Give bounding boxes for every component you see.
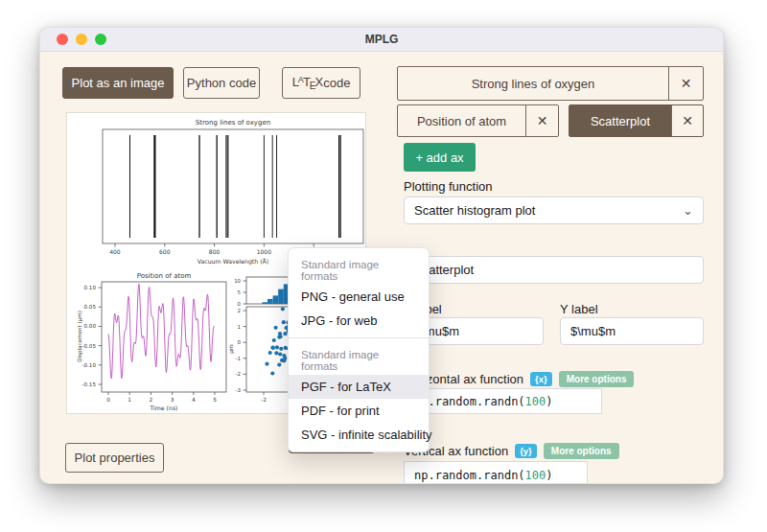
horizontal-fn-code-input[interactable]: np.random.randn(100) (404, 388, 602, 414)
svg-text:0.10: 0.10 (84, 285, 97, 290)
close-tab-oxygen-button[interactable]: ✕ (668, 67, 703, 100)
svg-text:0: 0 (106, 397, 110, 403)
svg-text:2: 2 (150, 397, 153, 403)
titlebar: MPLG (40, 28, 723, 52)
svg-text:1: 1 (128, 397, 131, 403)
plot-properties-label: Plot properties (75, 451, 155, 465)
svg-text:0: 0 (237, 339, 241, 345)
plotting-function-label: Plotting function (404, 179, 493, 194)
code-text: ) (546, 395, 552, 408)
svg-text:400: 400 (109, 248, 121, 255)
code-text: np.random.randn( (414, 469, 525, 482)
svg-text:0.00: 0.00 (84, 323, 97, 329)
svg-text:Position of atom: Position of atom (137, 272, 192, 280)
y-label-input[interactable]: $\mu$m (560, 317, 704, 345)
vertical-more-options-button[interactable]: More options (544, 443, 619, 459)
svg-text:Displacement (μm): Displacement (μm) (77, 311, 83, 362)
tab-strong-lines-of-oxygen[interactable]: Strong lines of oxygen (398, 67, 668, 100)
code-text: ) (546, 469, 552, 482)
svg-text:-2: -2 (261, 397, 267, 403)
vertical-fn-row: Vertical ax function {y} More options (404, 442, 619, 459)
menu-item-jpg[interactable]: JPG - for web (289, 309, 429, 333)
x-variable-badge: {x} (530, 372, 552, 386)
plotting-function-select[interactable]: Scatter histogram plot ⌄ (404, 197, 704, 224)
zoom-window-button[interactable] (95, 34, 106, 45)
svg-text:Strong lines of oxygen: Strong lines of oxygen (196, 119, 270, 127)
traffic-lights (57, 34, 106, 45)
window-title: MPLG (365, 33, 399, 46)
menu-section-header: Standard image formats (289, 253, 429, 285)
horizontal-more-options-button[interactable]: More options (559, 371, 635, 387)
tab-group-oxygen: Strong lines of oxygen ✕ (397, 66, 704, 101)
code-text: np.random.randn( (414, 395, 525, 408)
app-window: MPLG Plot as an image Python code LATEX … (39, 27, 724, 484)
menu-separator (289, 337, 429, 338)
svg-text:800: 800 (209, 248, 221, 255)
svg-text:2: 2 (237, 308, 241, 313)
chevron-down-icon: ⌄ (683, 203, 693, 218)
vertical-fn-code-input[interactable]: np.random.randn(100) (404, 461, 588, 484)
svg-text:0.05: 0.05 (84, 304, 97, 310)
close-tab-atom-button[interactable]: ✕ (525, 105, 558, 136)
add-ax-button[interactable]: + add ax (404, 143, 476, 172)
svg-text:10: 10 (234, 278, 241, 284)
svg-text:600: 600 (159, 248, 171, 255)
svg-text:Time (ns): Time (ns) (149, 405, 177, 411)
svg-text:5: 5 (238, 289, 241, 295)
python-code-button[interactable]: Python code (183, 67, 260, 99)
svg-text:-3: -3 (235, 387, 241, 393)
svg-text:-0.10: -0.10 (82, 362, 97, 368)
svg-text:-2: -2 (235, 371, 241, 377)
menu-item-pdf[interactable]: PDF - for print (289, 399, 429, 423)
python-code-label: Python code (187, 76, 256, 90)
plot-as-image-button[interactable]: Plot as an image (62, 67, 174, 99)
plot-title-input[interactable]: Scatterplot (404, 256, 704, 284)
y-label-value: $\mu$m (570, 324, 616, 338)
svg-text:-0.05: -0.05 (82, 343, 97, 349)
svg-text:0: 0 (238, 301, 242, 307)
svg-text:5: 5 (213, 397, 217, 403)
close-tab-scatterplot-button[interactable]: ✕ (671, 105, 703, 136)
tab-group-scatterplot: Scatterplot ✕ (569, 104, 704, 137)
menu-section-header: Standard image formats (289, 343, 429, 375)
plotting-function-value: Scatter histogram plot (414, 203, 535, 218)
y-label-label: Y label (560, 302, 598, 316)
minimize-window-button[interactable] (76, 34, 87, 45)
plot-as-image-label: Plot as an image (72, 76, 165, 90)
y-variable-badge: {y} (515, 444, 537, 458)
svg-text:1: 1 (237, 324, 241, 330)
tab-scatterplot[interactable]: Scatterplot (569, 105, 671, 136)
svg-text:μm: μm (228, 344, 235, 354)
export-format-menu: Standard image formats PNG - general use… (288, 247, 430, 452)
plot-properties-button[interactable]: Plot properties (65, 443, 164, 473)
menu-item-png[interactable]: PNG - general use (289, 285, 429, 309)
svg-text:-1: -1 (235, 356, 241, 361)
code-number: 100 (525, 395, 546, 408)
screenshot-stage: MPLG Plot as an image Python code LATEX … (0, 0, 767, 532)
svg-text:4: 4 (192, 397, 196, 403)
tab-group-atom: Position of atom ✕ (397, 104, 559, 137)
latex-logo: LATEX (292, 75, 324, 91)
latex-code-button[interactable]: LATEX code (282, 67, 360, 99)
menu-item-pgf[interactable]: PGF - for LaTeX (289, 375, 429, 399)
code-number: 100 (525, 469, 546, 482)
svg-text:Vacuum Wavelength (Å): Vacuum Wavelength (Å) (198, 258, 269, 266)
svg-text:3: 3 (171, 397, 174, 403)
close-window-button[interactable] (57, 34, 68, 45)
svg-text:-0.15: -0.15 (82, 382, 97, 387)
horizontal-fn-row: Horizontal ax function {x} More options (404, 370, 634, 387)
latex-code-label: code (323, 76, 350, 90)
svg-text:1000: 1000 (257, 248, 271, 255)
tab-position-of-atom[interactable]: Position of atom (398, 105, 525, 136)
menu-item-svg[interactable]: SVG - infinite scalability (289, 423, 429, 447)
